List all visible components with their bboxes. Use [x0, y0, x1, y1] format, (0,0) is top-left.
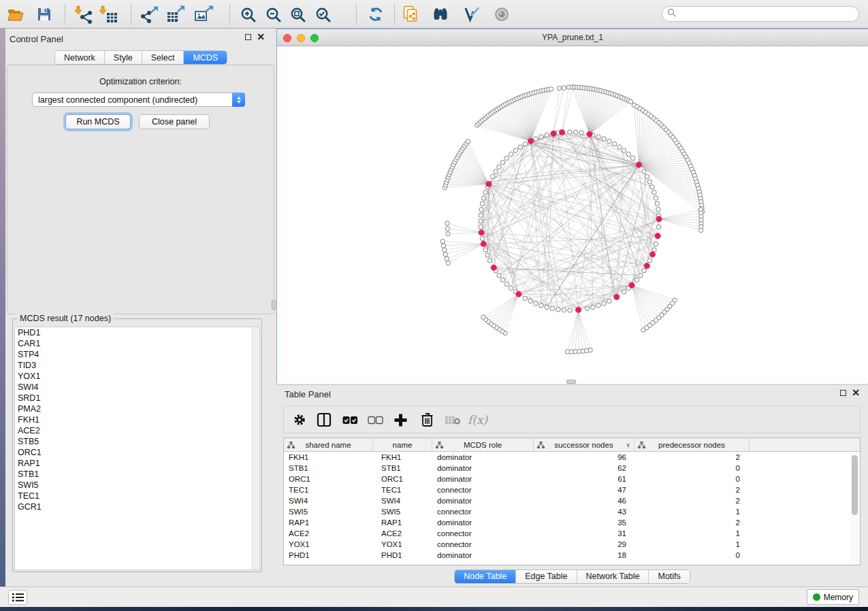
criterion-select[interactable]: largest connected component (undirected): [32, 93, 245, 107]
import-network-icon[interactable]: [74, 5, 94, 24]
mcds-result-item[interactable]: STB5: [15, 436, 259, 447]
close-panel-icon[interactable]: ✕: [852, 390, 860, 396]
float-panel-icon[interactable]: [840, 390, 846, 396]
birds-eye-view-icon[interactable]: [492, 5, 512, 24]
zoom-in-icon[interactable]: [238, 5, 258, 24]
import-table-icon[interactable]: [98, 5, 118, 24]
export-image-icon[interactable]: [193, 5, 214, 24]
mcds-result-item[interactable]: YOX1: [15, 371, 259, 382]
close-panel-icon[interactable]: ✕: [257, 34, 265, 40]
close-panel-button[interactable]: Close panel: [139, 114, 210, 129]
table-cell: connector: [432, 506, 534, 517]
table-cell: ACE2: [373, 528, 432, 539]
mcds-result-item[interactable]: PMA2: [15, 403, 259, 414]
zoom-fit-icon[interactable]: [287, 5, 308, 24]
export-web-page-icon[interactable]: [401, 5, 421, 24]
search-networks-icon[interactable]: [430, 5, 451, 24]
tab-motifs[interactable]: Motifs: [648, 570, 689, 583]
mcds-result-item[interactable]: TID3: [15, 360, 259, 371]
table-row[interactable]: SWI4SWI4dominator462: [284, 495, 860, 506]
search-icon: [667, 8, 677, 20]
table-row[interactable]: SWI5SWI5connector431: [284, 506, 860, 517]
memory-button[interactable]: Memory: [807, 589, 859, 605]
table-row[interactable]: ACE2ACE2connector311: [284, 528, 860, 539]
column-header-predecessor-nodes[interactable]: predecessor nodes: [634, 438, 750, 451]
tab-edge-table[interactable]: Edge Table: [515, 570, 576, 583]
deselect-all-icon[interactable]: [368, 411, 383, 429]
table-row[interactable]: FKH1FKH1dominator962: [284, 452, 860, 463]
column-header-successor-nodes[interactable]: successor nodes∨: [534, 438, 634, 451]
desktop-wallpaper-edge: [0, 29, 5, 587]
mcds-result-item[interactable]: CAR1: [15, 338, 259, 349]
table-cell: RAP1: [284, 517, 373, 528]
tab-mcds[interactable]: MCDS: [183, 51, 227, 64]
column-header-MCDS-role[interactable]: MCDS role: [432, 438, 534, 451]
tab-node-table[interactable]: Node Table: [455, 570, 515, 583]
table-row[interactable]: STB1STB1dominator620: [284, 463, 860, 474]
mcds-result-item[interactable]: STB1: [15, 469, 259, 480]
select-all-icon[interactable]: [342, 411, 357, 429]
mcds-result-item[interactable]: ORC1: [15, 447, 259, 458]
vertical-splitter-handle[interactable]: [272, 300, 276, 310]
tab-network[interactable]: Network: [55, 51, 104, 64]
run-mcds-button[interactable]: Run MCDS: [65, 114, 131, 129]
minimize-window-icon[interactable]: [297, 34, 305, 42]
table-row[interactable]: ORC1ORC1dominator610: [284, 474, 860, 484]
mcds-result-item[interactable]: GCR1: [15, 501, 259, 512]
table-cell: YOX1: [284, 539, 373, 550]
export-table-icon[interactable]: [165, 5, 186, 24]
float-panel-icon[interactable]: [245, 34, 251, 40]
criterion-selected-value: largest connected component (undirected): [33, 95, 232, 105]
open-file-icon[interactable]: [5, 5, 26, 24]
network-canvas[interactable]: [277, 47, 867, 384]
network-window-title: YPA_prune.txt_1: [542, 33, 603, 42]
show-columns-icon[interactable]: [317, 411, 332, 429]
mcds-result-item[interactable]: RAP1: [15, 458, 259, 469]
close-window-icon[interactable]: [283, 34, 291, 42]
column-header-name[interactable]: name: [373, 438, 432, 451]
search-input[interactable]: [662, 6, 859, 22]
table-row[interactable]: YOX1YOX1connector291: [284, 539, 860, 550]
column-header-shared-name[interactable]: shared name: [284, 438, 373, 451]
zoom-selected-icon[interactable]: [312, 5, 333, 24]
mcds-result-item[interactable]: TEC1: [15, 491, 259, 501]
table-scrollbar-thumb[interactable]: [852, 455, 858, 515]
network-window-titlebar[interactable]: YPA_prune.txt_1: [277, 29, 868, 46]
create-column-icon[interactable]: [393, 411, 408, 429]
mcds-result-item[interactable]: PHD1: [15, 327, 259, 338]
export-network-icon[interactable]: [139, 5, 159, 24]
zoom-window-icon[interactable]: [310, 34, 319, 42]
zoom-out-icon[interactable]: [263, 5, 283, 24]
mcds-result-item[interactable]: FKH1: [15, 414, 259, 425]
table-scrollbar[interactable]: [850, 452, 859, 565]
horizontal-splitter-handle[interactable]: [566, 380, 576, 384]
save-session-icon[interactable]: [34, 5, 54, 24]
mcds-result-item[interactable]: ACE2: [15, 425, 259, 436]
mcds-result-item[interactable]: STP4: [15, 349, 259, 360]
table-cell: 96: [534, 452, 634, 463]
toolbar-separator: [131, 4, 131, 24]
table-panel: Table Panel ✕: [276, 384, 868, 587]
table-tabs: Node Table Edge Table Network Table Moti…: [454, 569, 690, 584]
table-row[interactable]: RAP1RAP1dominator352: [284, 517, 860, 528]
mcds-list-scrollbar[interactable]: [252, 327, 259, 569]
settings-gear-icon[interactable]: [293, 411, 306, 429]
table-cell: YOX1: [373, 539, 432, 550]
delete-columns-icon[interactable]: [421, 411, 434, 429]
tab-select[interactable]: Select: [142, 51, 184, 64]
memory-status-icon: [813, 593, 820, 601]
table-cell: SWI4: [284, 495, 373, 506]
mcds-result-item[interactable]: SRD1: [15, 393, 259, 403]
table-row[interactable]: PHD1PHD1dominator180: [284, 550, 860, 561]
mcds-result-list[interactable]: PHD1CAR1STP4TID3YOX1SWI4SRD1PMA2FKH1ACE2…: [14, 327, 260, 570]
tab-style[interactable]: Style: [104, 51, 142, 64]
toolbar-separator: [65, 4, 65, 24]
toolbar-separator: [394, 4, 395, 24]
mcds-result-item[interactable]: SWI5: [15, 480, 259, 491]
table-row[interactable]: TEC1TEC1connector472: [284, 484, 860, 495]
graphics-details-icon[interactable]: [462, 5, 482, 24]
task-history-button[interactable]: [8, 590, 27, 605]
refresh-view-icon[interactable]: [366, 5, 386, 24]
tab-network-table[interactable]: Network Table: [577, 570, 649, 583]
mcds-result-item[interactable]: SWI4: [15, 382, 259, 393]
